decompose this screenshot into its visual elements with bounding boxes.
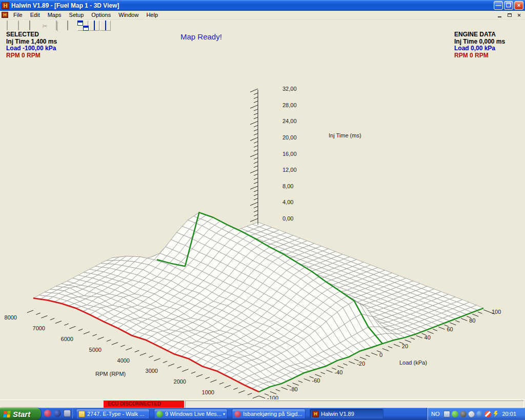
ecu-status-badge: ECU DISCONNECTED [104, 401, 184, 408]
z-tick-label: 16,00 [282, 151, 297, 157]
z-tick-label: 24,00 [282, 118, 297, 124]
task-label: 9 Windows Live Mes... [165, 411, 222, 417]
z-axis-title: Inj Time (ms) [329, 132, 361, 138]
halwin-icon: H [312, 411, 319, 417]
toolbar-paste-button [62, 21, 73, 31]
rpm-axis-title: RPM (RPM) [95, 371, 126, 377]
rpm-tick-label: 4000 [117, 357, 130, 364]
save-icon [29, 21, 30, 30]
media-player-icon[interactable] [44, 410, 51, 417]
load-tick-label: -100 [267, 395, 278, 399]
taskbar: Start 2747. E-Type - Walk ...9 Windows L… [0, 408, 525, 420]
taskbar-clock[interactable]: 20:01 [502, 411, 517, 417]
toolbar: ✂ [0, 19, 525, 32]
load-tick-label: 100 [492, 309, 501, 315]
halwin-app-icon[interactable]: H [2, 2, 9, 9]
z-tick-label: 0,00 [282, 215, 293, 222]
system-tray: NO 20:01 [427, 408, 525, 420]
status-bar-panel [185, 401, 524, 408]
window-title: Halwin V1.89 - [Fuel Map 1 - 3D View] [11, 2, 119, 9]
menu-item-setup[interactable]: Setup [66, 11, 87, 19]
menu-item-options[interactable]: Options [88, 11, 114, 19]
display-icon[interactable] [443, 411, 450, 417]
task-label: 2747. E-Type - Walk ... [87, 411, 147, 417]
open-file-icon [18, 21, 19, 30]
media-icon [234, 411, 241, 417]
z-tick-label: 12,00 [282, 167, 297, 173]
load-tick-label: 20 [402, 343, 408, 349]
load-tick-label: -40 [334, 369, 342, 375]
tile-vertical-icon [105, 21, 106, 30]
toolbar-new-file-button [2, 21, 12, 31]
toolbar-cascade-windows-button[interactable] [77, 21, 88, 31]
fuel-map-3d-plot[interactable]: 0,004,008,0012,0016,0020,0024,0028,0032,… [0, 32, 525, 399]
globe-icon[interactable] [476, 411, 483, 417]
load-tick-label: 0 [379, 352, 382, 358]
z-tick-label: 4,00 [282, 199, 293, 205]
toolbar-tile-horizontal-button[interactable] [89, 21, 99, 31]
start-button[interactable]: Start [0, 408, 41, 420]
messenger-icon [156, 411, 163, 417]
restore-button[interactable]: ❐ [504, 1, 513, 10]
load-axis-title: Load (kPa) [399, 359, 427, 366]
z-tick-label: 32,00 [282, 86, 297, 92]
z-tick-label: 8,00 [282, 183, 293, 189]
browser-icon[interactable] [54, 410, 61, 417]
windows-logo-icon [3, 411, 11, 417]
z-tick-label: 28,00 [282, 102, 297, 108]
toolbar-tile-vertical-button[interactable] [100, 21, 111, 31]
toolbar-save-button [24, 21, 35, 31]
start-label: Start [13, 410, 30, 418]
lightning-icon[interactable] [493, 411, 499, 417]
rpm-tick-label: 6000 [61, 336, 73, 342]
task-button-3[interactable]: Isbanekjøring på Sigd... [232, 409, 306, 419]
language-indicator[interactable]: NO [431, 411, 440, 417]
load-tick-label: 60 [447, 326, 453, 332]
rpm-tick-label: 2000 [174, 378, 186, 385]
menu-item-help[interactable]: Help [143, 11, 161, 19]
cut-icon: ✂ [42, 21, 47, 30]
toolbar-cut-button: ✂ [39, 21, 50, 31]
rpm-tick-label: 8000 [5, 314, 17, 321]
copy-icon [56, 21, 57, 30]
menu-item-edit[interactable]: Edit [27, 11, 43, 19]
quick-launch-bar [44, 410, 71, 417]
z-tick-label: 20,00 [282, 134, 297, 141]
mdi-restore-button[interactable] [506, 12, 513, 18]
menu-item-window[interactable]: Window [115, 11, 142, 19]
mdi-close-button[interactable]: ✕ [515, 12, 523, 18]
task-button-1[interactable]: 2747. E-Type - Walk ... [76, 409, 150, 419]
task-dropdown-icon[interactable]: ▾ [223, 412, 225, 416]
rpm-tick-label: 7000 [33, 325, 45, 331]
toolbar-copy-button [51, 21, 62, 31]
document-icon [78, 411, 85, 417]
new-file-icon [7, 21, 8, 30]
menu-item-file[interactable]: File [10, 11, 26, 19]
task-button-2[interactable]: 9 Windows Live Mes...▾ [154, 409, 228, 419]
explorer-icon[interactable] [64, 410, 71, 417]
load-tick-label: -60 [312, 377, 320, 384]
toolbar-open-file-button [13, 21, 24, 31]
mdi-minimize-button[interactable] [496, 12, 503, 18]
menu-item-maps[interactable]: Maps [45, 11, 65, 19]
taskbar-divider [72, 409, 73, 418]
volume-icon[interactable] [460, 411, 467, 417]
load-tick-label: -20 [357, 361, 365, 367]
halwin-window: H Halwin V1.89 - [Fuel Map 1 - 3D View] … [0, 0, 525, 420]
load-tick-label: 80 [469, 317, 475, 324]
task-label: Isbanekjøring på Sigd... [243, 411, 303, 417]
task-button-4[interactable]: HHalwin V1.89 [310, 409, 383, 419]
load-tick-label: -80 [290, 386, 298, 392]
messenger-tray-icon[interactable] [452, 411, 458, 417]
paste-icon [67, 21, 68, 30]
rpm-tick-label: 1000 [202, 389, 214, 395]
mdi-child-icon[interactable]: H [2, 12, 8, 18]
task-label: Halwin V1.89 [321, 411, 381, 417]
rpm-tick-label: 3000 [146, 368, 158, 374]
rpm-tick-label: 5000 [89, 347, 102, 353]
security-icon[interactable] [484, 411, 491, 417]
minimize-button[interactable]: — [494, 1, 503, 10]
status-bar: ECU DISCONNECTED [0, 399, 525, 408]
mouse-icon[interactable] [467, 409, 476, 418]
close-button[interactable]: × [514, 1, 523, 10]
